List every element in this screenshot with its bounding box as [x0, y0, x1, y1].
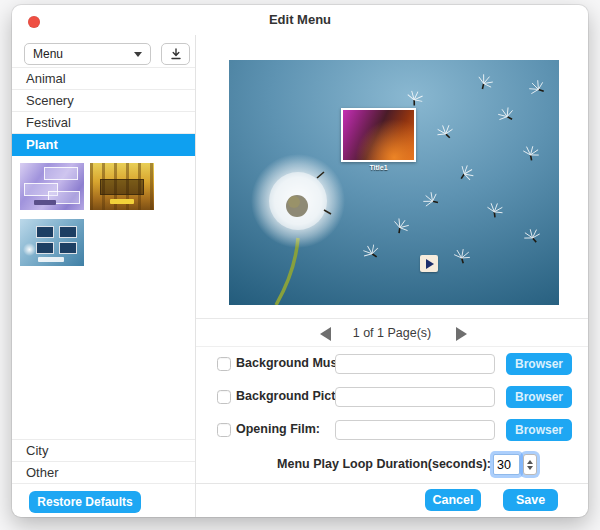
restore-defaults-button[interactable]: Restore Defaults: [29, 491, 141, 513]
menu-preview: Title1: [229, 60, 559, 305]
opening-film-label: Opening Film:: [236, 422, 320, 436]
download-icon: [170, 48, 182, 60]
stepper-down-icon: [527, 466, 533, 470]
template-thumbnail-iris[interactable]: [20, 163, 84, 210]
sidebar-item-festival[interactable]: Festival: [12, 112, 195, 134]
template-thumbnail-forest[interactable]: [90, 163, 154, 210]
template-thumbnail-dandelion[interactable]: [20, 219, 84, 266]
stepper-up-icon: [527, 460, 533, 464]
background-music-browser-button[interactable]: Browser: [506, 353, 572, 375]
sidebar-item-plant[interactable]: Plant: [12, 134, 195, 156]
background-picture-input[interactable]: [335, 387, 495, 407]
save-button[interactable]: Save: [503, 489, 558, 511]
opening-film-browser-button[interactable]: Browser: [506, 419, 572, 441]
edit-menu-window: Edit Menu Menu Animal Scenery Festival P…: [12, 5, 588, 517]
play-icon: [426, 259, 434, 269]
pagination-bar: 1 of 1 Page(s): [196, 318, 588, 347]
duration-stepper[interactable]: [523, 454, 537, 475]
chevron-down-icon: [134, 52, 142, 57]
sidebar: Menu Animal Scenery Festival Plant: [12, 35, 196, 517]
next-page-button[interactable]: [454, 326, 468, 341]
sidebar-item-animal[interactable]: Animal: [12, 68, 195, 90]
category-list-top: Animal Scenery Festival Plant: [12, 67, 195, 156]
desktop-background: Edit Menu Menu Animal Scenery Festival P…: [0, 0, 600, 530]
dandelion-background-image: [229, 60, 559, 305]
page-indicator: 1 of 1 Page(s): [196, 326, 588, 340]
sidebar-item-scenery[interactable]: Scenery: [12, 90, 195, 112]
background-music-checkbox[interactable]: [217, 357, 231, 371]
footer-divider: [196, 483, 588, 484]
sidebar-item-other[interactable]: Other: [12, 462, 195, 484]
background-music-input[interactable]: [335, 354, 495, 374]
title-bar: Edit Menu: [12, 5, 588, 35]
menu-type-dropdown[interactable]: Menu: [24, 43, 151, 65]
cancel-button[interactable]: Cancel: [425, 489, 481, 511]
background-picture-row: Background Picture: Browser: [196, 386, 588, 408]
background-picture-checkbox[interactable]: [217, 390, 231, 404]
opening-film-checkbox[interactable]: [217, 423, 231, 437]
next-page-icon: [456, 327, 467, 341]
category-list-bottom: City Other: [12, 439, 195, 484]
template-thumbnail-grid: [20, 163, 190, 275]
menu-loop-duration-row: Menu Play Loop Duration(seconds):: [196, 453, 588, 477]
opening-film-row: Opening Film: Browser: [196, 419, 588, 441]
menu-loop-duration-label: Menu Play Loop Duration(seconds):: [277, 457, 491, 471]
title-thumbnail[interactable]: [341, 108, 416, 162]
window-title: Edit Menu: [12, 12, 588, 27]
dropdown-value: Menu: [33, 47, 63, 61]
title-thumbnail-label: Title1: [341, 164, 416, 171]
background-picture-browser-button[interactable]: Browser: [506, 386, 572, 408]
background-music-row: Background Music: Browser: [196, 353, 588, 375]
duration-input[interactable]: [493, 454, 520, 475]
opening-film-input[interactable]: [335, 420, 495, 440]
main-panel: Title1 1 of 1 Page(s) Background Music: …: [196, 35, 588, 517]
download-button[interactable]: [161, 43, 190, 65]
sidebar-item-city[interactable]: City: [12, 440, 195, 462]
play-button[interactable]: [420, 255, 438, 272]
